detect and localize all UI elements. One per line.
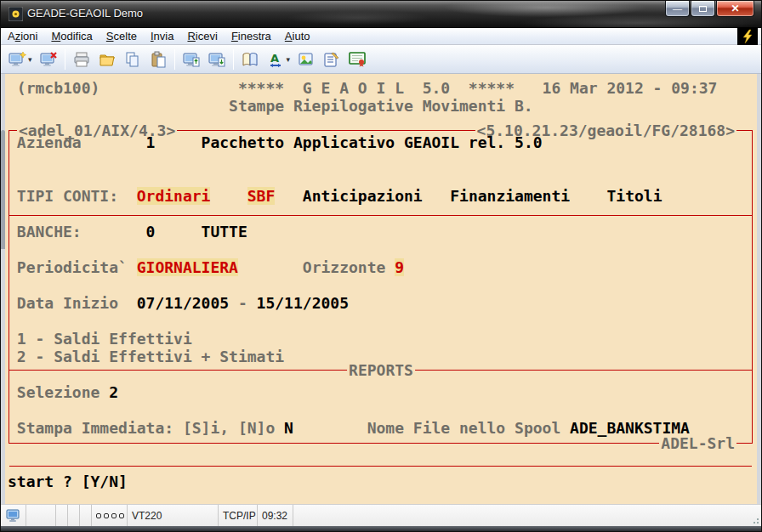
terminal-line: BANCHE: 0 TUTTE bbox=[8, 223, 247, 241]
lightning-icon[interactable] bbox=[737, 28, 758, 45]
terminal-line: Periodicita` GIORNALIERA Orizzonte 9 bbox=[8, 258, 404, 276]
minimize-button[interactable]: — bbox=[665, 1, 690, 17]
window-bottom-frame bbox=[1, 526, 761, 532]
menu-item-modifica[interactable]: Modifica bbox=[44, 28, 99, 44]
terminal-type-cell: VT220 bbox=[128, 505, 219, 526]
terminal-frame: <adel_01/AIX/4.3> <5.10.21.23/geaoil/FG/… bbox=[1, 74, 761, 504]
status-cell-empty bbox=[293, 505, 761, 526]
terminal-line: 1 - Saldi Effettivi bbox=[8, 330, 192, 348]
session-settings-button[interactable] bbox=[320, 48, 344, 71]
terminal-line: Stampe Riepilogative Movimenti B. bbox=[8, 97, 533, 115]
send-file-button[interactable] bbox=[179, 48, 203, 71]
terminal-line: Data Inizio 07/11/2005 - 15/11/2005 bbox=[8, 294, 349, 312]
toolbar: ▾A▾ bbox=[1, 45, 761, 74]
terminal-line: 2 - Saldi Effettivi + Stimati bbox=[8, 348, 284, 365]
new-session-button[interactable]: ▾ bbox=[5, 48, 35, 71]
receive-file-button[interactable] bbox=[205, 48, 229, 71]
status-cell-empty bbox=[80, 505, 92, 526]
disconnect-button[interactable] bbox=[37, 48, 60, 71]
security-settings-icon bbox=[348, 50, 367, 69]
receive-file-icon bbox=[208, 50, 226, 69]
menu-item-scelte[interactable]: Scelte bbox=[100, 28, 144, 44]
security-settings-button[interactable] bbox=[345, 48, 369, 71]
copy-button[interactable] bbox=[121, 48, 145, 71]
toolbar-separator bbox=[174, 49, 175, 70]
print-icon bbox=[72, 50, 91, 69]
window-title: GEADE-GEAOIL Demo bbox=[27, 7, 143, 20]
menu-item-azioni[interactable]: Azioni bbox=[1, 28, 44, 44]
status-cell-empty bbox=[68, 505, 80, 526]
terminal-line: Selezione 2 bbox=[8, 383, 118, 401]
status-cell-empty bbox=[26, 505, 56, 526]
clock-cell: 09:32 bbox=[258, 505, 293, 526]
maximize-button[interactable] bbox=[691, 1, 715, 17]
toolbar-separator bbox=[65, 49, 65, 70]
send-file-icon bbox=[182, 50, 201, 69]
led-indicator-icon bbox=[96, 513, 124, 518]
protocol-cell: TCP/IP bbox=[219, 505, 258, 526]
keyboard-map-icon bbox=[241, 50, 259, 69]
menu-item-invia[interactable]: Invia bbox=[144, 28, 180, 44]
menubar: AzioniModificaScelteInviaRiceviFinestraA… bbox=[1, 28, 761, 45]
app-window: GEADE-GEAOIL Demo — ✕ AzioniModificaScel… bbox=[0, 0, 762, 532]
open-button[interactable] bbox=[95, 48, 119, 71]
paste-button[interactable] bbox=[146, 48, 170, 71]
connection-status-cell bbox=[1, 505, 26, 526]
display-settings-icon bbox=[297, 50, 316, 69]
terminal-line: TIPI CONTI: Ordinari SBF Anticipazioni F… bbox=[8, 187, 662, 205]
disconnect-icon bbox=[39, 50, 58, 69]
session-settings-icon bbox=[322, 50, 341, 69]
close-button[interactable]: ✕ bbox=[716, 1, 754, 17]
status-indicator bbox=[92, 505, 128, 526]
app-icon[interactable] bbox=[9, 7, 23, 21]
print-button[interactable] bbox=[70, 48, 94, 71]
status-cell-empty bbox=[56, 505, 68, 526]
terminal-line: Azienda 1 Pacchetto Applicativo GEAOIL r… bbox=[8, 133, 543, 151]
resize-grip[interactable] bbox=[749, 514, 759, 524]
menu-item-ricevi[interactable]: Ricevi bbox=[180, 28, 224, 44]
terminal-screen[interactable]: <adel_01/AIX/4.3> <5.10.21.23/geaoil/FG/… bbox=[5, 74, 757, 504]
terminal-line: (rmcb100) ***** G E A O I L 5.0 ***** 16… bbox=[8, 79, 717, 97]
keyboard-map-button[interactable] bbox=[238, 48, 262, 71]
toolbar-separator bbox=[233, 49, 234, 70]
font-settings-icon: A bbox=[266, 50, 285, 69]
terminal-line: Stampa Immediata: [S]i, [N]o N Nome File… bbox=[8, 419, 690, 437]
titlebar[interactable]: GEADE-GEAOIL Demo — ✕ bbox=[1, 1, 761, 28]
computer-icon bbox=[6, 509, 21, 523]
menu-item-finestra[interactable]: Finestra bbox=[225, 28, 278, 44]
display-settings-button[interactable] bbox=[294, 48, 318, 71]
statusbar: VT220 TCP/IP 09:32 bbox=[1, 504, 761, 526]
terminal-text: (rmcb100) ***** G E A O I L 5.0 ***** 16… bbox=[5, 74, 757, 504]
svg-text:A: A bbox=[270, 52, 279, 65]
menu-item-aiuto[interactable]: Aiuto bbox=[278, 28, 317, 44]
paste-icon bbox=[149, 50, 168, 69]
font-settings-button[interactable]: A▾ bbox=[264, 48, 293, 71]
copy-icon bbox=[123, 50, 142, 69]
new-session-icon bbox=[8, 50, 26, 69]
terminal-line: start ? [Y/N] bbox=[8, 473, 128, 490]
open-icon bbox=[98, 50, 117, 69]
dropdown-arrow-icon[interactable]: ▾ bbox=[28, 55, 32, 64]
dropdown-arrow-icon[interactable]: ▾ bbox=[287, 55, 291, 64]
